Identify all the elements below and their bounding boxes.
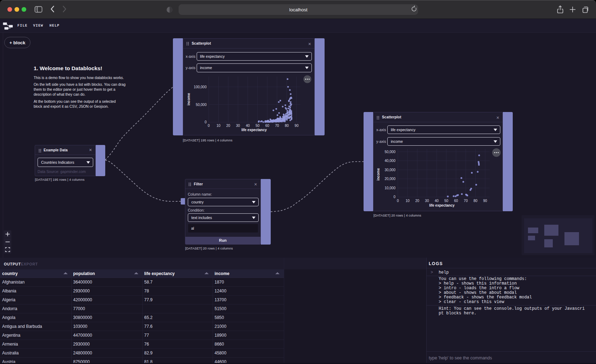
svg-text:income: income xyxy=(376,168,380,180)
svg-text:30: 30 xyxy=(236,124,240,128)
svg-text:10,000: 10,000 xyxy=(384,186,395,190)
svg-text:0: 0 xyxy=(204,120,207,124)
svg-text:10: 10 xyxy=(217,124,221,128)
svg-text:70: 70 xyxy=(275,124,279,128)
svg-text:20: 20 xyxy=(415,199,420,203)
svg-text:60: 60 xyxy=(454,199,458,203)
svg-text:30: 30 xyxy=(425,199,429,203)
svg-text:50,000: 50,000 xyxy=(196,103,207,107)
svg-text:70: 70 xyxy=(464,199,468,203)
svg-text:30,000: 30,000 xyxy=(384,168,395,172)
svg-text:10: 10 xyxy=(406,199,410,203)
svg-text:life expectancy: life expectancy xyxy=(241,128,267,132)
svg-text:0: 0 xyxy=(397,199,399,203)
svg-text:40: 40 xyxy=(246,124,250,128)
svg-text:90: 90 xyxy=(294,124,299,128)
svg-text:80: 80 xyxy=(473,199,478,203)
svg-text:40: 40 xyxy=(435,199,439,203)
svg-text:20,000: 20,000 xyxy=(384,177,395,181)
svg-text:100,000: 100,000 xyxy=(194,85,207,89)
svg-text:20: 20 xyxy=(226,124,231,128)
svg-text:90: 90 xyxy=(483,199,488,203)
svg-text:50: 50 xyxy=(255,124,260,128)
svg-text:income: income xyxy=(187,93,191,105)
svg-text:50,000: 50,000 xyxy=(384,150,395,154)
svg-text:60: 60 xyxy=(265,124,270,128)
svg-text:50: 50 xyxy=(444,199,449,203)
svg-text:life expectancy: life expectancy xyxy=(429,203,455,207)
svg-text:0: 0 xyxy=(393,195,395,199)
svg-text:40,000: 40,000 xyxy=(384,159,395,163)
svg-text:0: 0 xyxy=(208,124,210,128)
svg-text:80: 80 xyxy=(285,124,289,128)
